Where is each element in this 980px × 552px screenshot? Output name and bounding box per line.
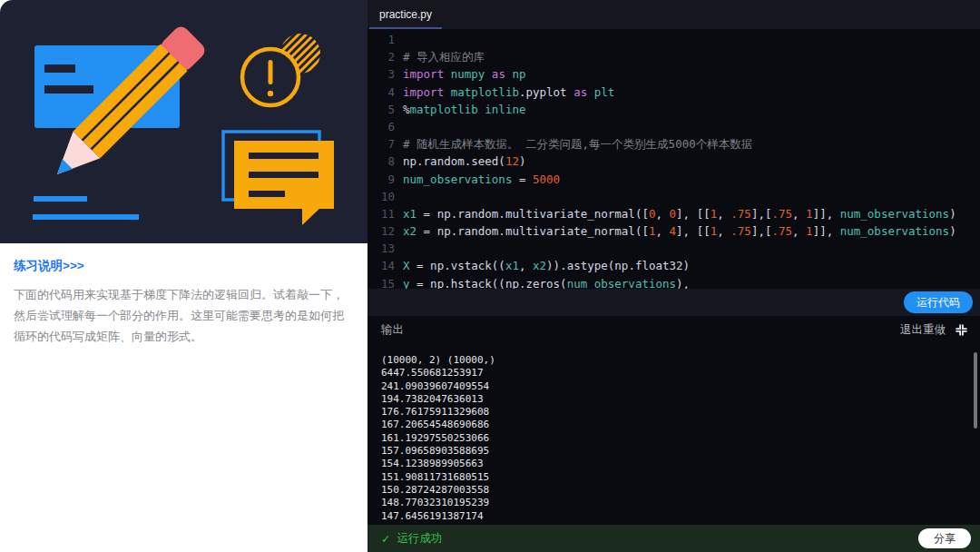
output-line: 150.28724287003558	[381, 484, 980, 497]
code-token: num_observations	[840, 205, 949, 222]
run-code-button[interactable]: 运行代码	[904, 291, 973, 313]
code-token: = np.random.multivariate_normal([	[416, 205, 649, 222]
code-token: # 随机生成样本数据。 二分类问题,每一个类别生成5000个样本数据	[403, 135, 752, 153]
line-number: 13	[375, 240, 395, 257]
code-token: np	[512, 65, 525, 83]
illustration-graphic	[0, 0, 368, 243]
check-icon: ✓	[381, 532, 390, 546]
exclamation-circle-icon	[242, 34, 320, 105]
code-token: # 导入相应的库	[403, 48, 485, 65]
code-token: x1	[505, 257, 519, 274]
code-token: =	[512, 171, 533, 188]
code-line: 2# 导入相应的库	[375, 48, 980, 65]
output-line: 167.20654548690686	[381, 419, 980, 431]
chat-bubbles-icon	[223, 132, 334, 225]
tab-practice-py[interactable]: practice.py	[368, 0, 444, 29]
code-token: )	[949, 222, 956, 240]
code-token: ,	[792, 222, 806, 240]
output-line: 6447.550681253917	[381, 367, 980, 380]
line-number: 7	[375, 135, 395, 153]
line-number: 3	[375, 65, 395, 83]
code-token: as	[492, 65, 505, 83]
line-number: 1	[375, 31, 395, 48]
code-token: %	[403, 101, 410, 118]
line-number: 14	[375, 257, 395, 274]
code-token: 5000	[533, 171, 560, 188]
code-token	[505, 65, 513, 83]
run-success-label: 运行成功	[397, 531, 442, 547]
exit-redo-link[interactable]: 退出重做	[900, 322, 946, 338]
code-token: y	[403, 275, 410, 289]
line-number: 15	[375, 275, 395, 289]
code-line: 5%matplotlib inline	[375, 101, 980, 118]
line-number: 9	[375, 171, 395, 188]
code-line: 11x1 = np.random.multivariate_normal([0,…	[375, 205, 980, 222]
code-line: 12x2 = np.random.multivariate_normal([1,…	[375, 222, 980, 240]
code-token: ,	[655, 205, 669, 222]
output-line: 157.09658903588695	[381, 445, 980, 458]
exercise-illustration	[0, 0, 368, 243]
code-token: 1	[710, 222, 718, 240]
output-line: 147.6456191387174	[381, 510, 980, 523]
code-token: 1	[806, 222, 813, 240]
code-token: )	[519, 153, 526, 170]
output-line: 161.19297550253066	[381, 432, 980, 445]
output-title: 输出	[381, 322, 404, 338]
code-line: 1	[375, 31, 980, 48]
output-actions: 退出重做	[900, 321, 969, 338]
code-token: ,	[655, 222, 669, 240]
code-token: ], [[	[676, 222, 710, 240]
share-button[interactable]: 分享	[918, 528, 971, 548]
run-toolbar: 运行代码	[368, 289, 980, 316]
code-token: = np.hstack((np.zeros(	[410, 275, 567, 289]
code-token: .75	[730, 222, 751, 240]
code-token: 12	[505, 153, 519, 170]
code-token: num_observations	[403, 171, 512, 188]
code-token	[485, 65, 492, 83]
code-line: 7# 随机生成样本数据。 二分类问题,每一个类别生成5000个样本数据	[375, 135, 980, 153]
line-number: 11	[375, 205, 395, 222]
code-token: x1	[403, 205, 416, 222]
code-token: ,	[717, 205, 730, 222]
collapse-icon[interactable]	[953, 321, 969, 338]
code-line: 13	[375, 240, 980, 257]
output-line: 154.1238989905663	[381, 458, 980, 470]
line-number: 4	[375, 84, 395, 101]
line-number: 8	[375, 153, 395, 170]
code-token: .75	[730, 205, 751, 222]
code-token: ],[	[751, 222, 772, 240]
instructions-title-link[interactable]: 练习说明>>>	[14, 258, 353, 274]
code-token: X	[403, 257, 410, 274]
code-token: = np.random.multivariate_normal([	[416, 222, 649, 240]
code-token: .75	[771, 222, 792, 240]
code-token	[444, 65, 451, 83]
code-token: = np.vstack((	[410, 257, 505, 274]
code-token: plt	[594, 84, 615, 101]
code-workspace: practice.py 12# 导入相应的库3import numpy as n…	[368, 0, 980, 552]
code-editor[interactable]: 12# 导入相应的库3import numpy as np4import mat…	[368, 29, 980, 289]
instructions-section: 练习说明>>> 下面的代码用来实现基于梯度下降法的逻辑回归。试着敲一下，然后尝试…	[0, 243, 368, 347]
code-token	[444, 84, 451, 101]
code-token: )).astype(np.float32)	[546, 257, 690, 274]
code-token: matplotlib inline	[410, 101, 526, 118]
code-line: 9num_observations = 5000	[375, 171, 980, 188]
code-token: import	[403, 84, 444, 101]
code-line: 8np.random.seed(12)	[375, 153, 980, 170]
output-line: 194.7382047636013	[381, 393, 980, 406]
decorative-lines	[33, 196, 139, 220]
code-line: 6	[375, 118, 980, 135]
code-token: ],[	[751, 205, 772, 222]
code-token: 1	[649, 222, 656, 240]
line-number: 12	[375, 222, 395, 240]
code-token: ),	[676, 275, 690, 289]
code-token: ,	[519, 257, 533, 274]
code-token	[587, 84, 594, 101]
code-token: ]],	[813, 222, 840, 240]
code-token: 0	[649, 205, 656, 222]
code-token: 1	[806, 205, 813, 222]
code-token: num_observations	[567, 275, 676, 289]
code-line: 14X = np.vstack((x1, x2)).astype(np.floa…	[375, 257, 980, 274]
output-console: (10000, 2) (10000,)6447.550681253917241.…	[368, 343, 980, 525]
output-scrollbar[interactable]	[974, 352, 977, 429]
output-line: 241.09039607409554	[381, 380, 980, 393]
